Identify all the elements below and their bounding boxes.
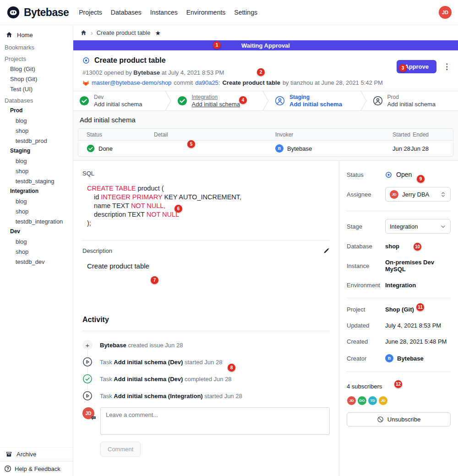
task-table: Status Detail Invoker Started Ended Done <box>78 128 453 157</box>
comment-button[interactable]: Comment <box>100 442 141 457</box>
annotation-marker: 10 <box>414 243 421 251</box>
stage-done-icon <box>177 96 187 106</box>
sql-label: SQL <box>82 170 330 177</box>
sidebar-item-archive[interactable]: Archive <box>0 448 73 461</box>
stage-pipeline: Dev Add initial schema Integration Add i… <box>73 91 458 111</box>
comment-user-avatar: JD <box>82 407 94 419</box>
sidebar-db-item[interactable]: shop <box>0 206 73 216</box>
stage-env-label: Prod <box>387 94 436 100</box>
breadcrumb-page[interactable]: Create product table <box>97 29 151 36</box>
annotation-marker: 5 <box>187 140 195 148</box>
stage-chevron-icon <box>262 91 269 110</box>
stage-env-label: Integration <box>192 94 240 100</box>
stage-staging[interactable]: Staging Add initial schema <box>269 91 360 110</box>
database-value[interactable]: shop <box>385 243 399 250</box>
home-icon <box>5 31 13 38</box>
annotation-marker: 2 <box>257 68 265 76</box>
stage-task-label: Add initial schema <box>192 101 240 108</box>
sidebar-item-help-feedback[interactable]: Help & Feedback <box>0 461 73 476</box>
sql-text: ); <box>87 219 91 227</box>
environment-value[interactable]: Integration <box>385 282 416 289</box>
sidebar-db-item[interactable]: testdb_dev <box>0 257 73 267</box>
task-ended: Jun 28 <box>410 145 453 152</box>
stage-select[interactable]: Integration <box>385 219 451 234</box>
stage-task-label: Add initial schema <box>387 101 436 108</box>
bookmark-star-icon[interactable]: ★ <box>155 29 161 37</box>
kebab-menu-icon[interactable]: ⋮ <box>441 62 453 71</box>
annotation-marker: 12 <box>394 380 402 388</box>
environment-label: Environment <box>347 282 385 289</box>
activity-pre: Task <box>100 393 112 399</box>
stage-integration[interactable]: Integration Add initial schema <box>171 91 263 110</box>
gitlab-icon <box>82 80 89 86</box>
assignee-value: Jerry DBA <box>402 191 436 198</box>
subscriber-avatar: JD <box>378 396 388 405</box>
sidebar-item-test-ui[interactable]: Test (UI) <box>0 84 73 94</box>
project-value[interactable]: Shop (Git) <box>385 306 414 313</box>
task-table-header: Status Detail Invoker Started Ended <box>78 129 453 141</box>
nav-links: Projects Databases Instances Environment… <box>79 9 257 16</box>
sidebar-db-item[interactable]: testdb_staging <box>0 176 73 186</box>
sidebar-section-projects: Projects <box>0 54 73 64</box>
sidebar-db-item[interactable]: blog <box>0 156 73 166</box>
description-content: Create product table <box>87 262 330 270</box>
created-label: Created <box>347 338 385 345</box>
annotation-marker: 11 <box>416 303 424 311</box>
annotation-marker: 6 <box>174 205 182 213</box>
description-label: Description <box>82 247 112 254</box>
sidebar-db-item[interactable]: shop <box>0 166 73 176</box>
sidebar-item-shop-git[interactable]: Shop (Git) <box>0 74 73 84</box>
assignee-select[interactable]: JD Jerry DBA <box>385 187 451 202</box>
stage-prod[interactable]: Prod Add initial schema <box>367 91 458 110</box>
project-label: Project <box>347 306 385 313</box>
assignee-label: Assignee <box>347 191 385 198</box>
sidebar-db-item[interactable]: testdb_integration <box>0 216 73 226</box>
sidebar-db-item[interactable]: blog <box>0 115 73 126</box>
activity-pre: Task <box>100 359 112 366</box>
nav-item-environments[interactable]: Environments <box>186 9 226 16</box>
sql-keyword: NOT NULL <box>147 211 179 218</box>
sql-text: name TEXT <box>94 202 131 209</box>
column-detail: Detail <box>154 131 275 138</box>
sidebar-item-label: Help & Feedback <box>15 465 60 472</box>
sidebar-db-item[interactable]: blog <box>0 196 73 206</box>
user-avatar[interactable]: JD <box>439 6 452 19</box>
stage-value: Integration <box>390 223 436 230</box>
commit-hash-link[interactable]: da90a25: <box>195 79 220 86</box>
issue-sidebar: Status Open Assignee JD Jerry DBA <box>339 161 458 476</box>
nav-item-instances[interactable]: Instances <box>150 9 178 16</box>
task-section: Add initial schema Status Detail Invoker… <box>73 111 458 160</box>
left-sidebar: Home Bookmarks Projects Blog (Git) Shop … <box>0 25 73 476</box>
instance-value[interactable]: On-premises Dev MySQL <box>385 259 451 273</box>
column-ended: Ended <box>410 131 453 138</box>
commit-branch-link[interactable]: master@bytebase-demo/shop <box>92 79 171 86</box>
comment-input[interactable] <box>100 407 330 435</box>
sidebar-db-item[interactable]: shop <box>0 246 73 257</box>
sidebar-item-home[interactable]: Home <box>0 29 73 41</box>
play-circle-icon <box>82 357 93 367</box>
sidebar-item-blog-git[interactable]: Blog (Git) <box>0 64 73 74</box>
nav-item-databases[interactable]: Databases <box>111 9 142 16</box>
divider <box>82 331 330 331</box>
updated-value: July 4, 2021 8:53 PM <box>385 322 441 329</box>
edit-pencil-icon[interactable] <box>323 247 330 254</box>
divider <box>347 211 451 211</box>
issue-meta-author: Bytebase <box>133 69 160 76</box>
breadcrumb-home-icon[interactable] <box>80 29 87 36</box>
sidebar-db-item[interactable]: shop <box>0 126 73 136</box>
subscriber-avatar: JD <box>347 396 356 405</box>
task-row[interactable]: Done B Bytebase Jun 28 Jun 28 <box>78 141 453 156</box>
issue-meta-time: at July 4, 2021 8:53 PM <box>162 69 224 76</box>
nav-item-projects[interactable]: Projects <box>79 9 102 16</box>
sidebar-db-item[interactable]: testdb_prod <box>0 136 73 146</box>
stage-dev[interactable]: Dev Add initial schema <box>73 91 165 110</box>
sidebar-env-dev: Dev <box>0 226 73 236</box>
sql-keyword: INTEGER PRIMARY <box>101 193 162 201</box>
creator-avatar: B <box>385 354 393 362</box>
unsubscribe-button[interactable]: Unsubscribe <box>347 412 451 427</box>
task-started: Jun 28 <box>367 145 410 152</box>
sidebar-db-item[interactable]: blog <box>0 236 73 246</box>
nav-item-settings[interactable]: Settings <box>234 9 257 16</box>
column-started: Started <box>367 131 410 138</box>
bytebase-logo[interactable]: Bytebase <box>6 5 69 19</box>
